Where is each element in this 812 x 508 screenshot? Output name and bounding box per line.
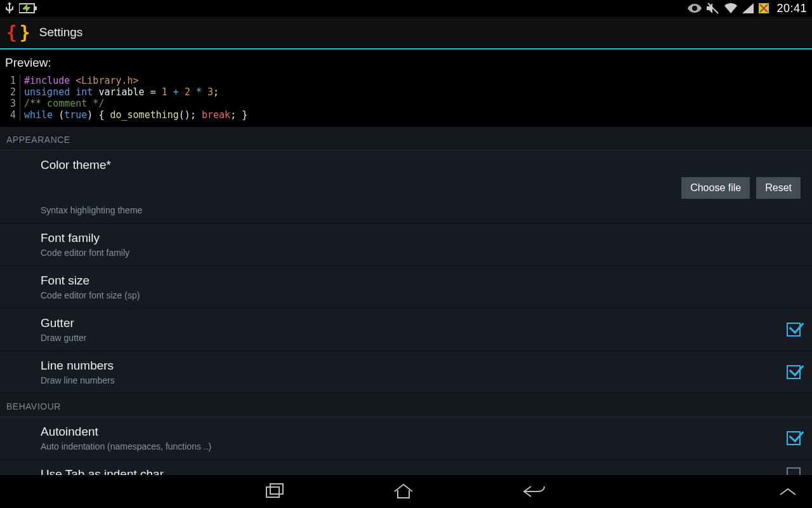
signal-icon bbox=[742, 3, 754, 13]
code-preview: 1 #include <Library.h> 2 unsigned int va… bbox=[0, 75, 812, 127]
svg-rect-4 bbox=[270, 484, 283, 494]
action-bar: {} Settings bbox=[0, 17, 812, 50]
pref-gutter[interactable]: Gutter Draw gutter bbox=[0, 309, 812, 351]
settings-list: Appearance Color theme* Choose file Rese… bbox=[0, 127, 812, 486]
checkbox-line-numbers[interactable] bbox=[787, 365, 801, 379]
app-icon: {} bbox=[6, 22, 30, 43]
home-button[interactable] bbox=[393, 483, 414, 500]
pref-line-numbers[interactable]: Line numbers Draw line numbers bbox=[0, 351, 812, 394]
pref-color-theme[interactable]: Color theme* Choose file Reset Syntax hi… bbox=[0, 150, 812, 224]
section-behaviour: Behaviour bbox=[0, 394, 812, 417]
status-clock: 20:41 bbox=[776, 2, 807, 15]
no-sim-icon bbox=[759, 3, 769, 13]
pref-summary: Syntax highlighting theme bbox=[41, 205, 801, 215]
eye-icon bbox=[688, 4, 702, 13]
status-bar: 20:41 bbox=[0, 0, 812, 17]
usb-icon bbox=[5, 2, 14, 15]
expand-button[interactable] bbox=[779, 487, 797, 496]
preview-label: Preview: bbox=[0, 50, 812, 75]
section-appearance: Appearance bbox=[0, 127, 812, 150]
choose-file-button[interactable]: Choose file bbox=[681, 177, 750, 199]
reset-button[interactable]: Reset bbox=[756, 177, 801, 199]
checkbox-gutter[interactable] bbox=[787, 323, 801, 337]
pref-autoindent[interactable]: Autoindent Auto indentation (namespaces,… bbox=[0, 417, 812, 460]
back-button[interactable] bbox=[522, 485, 546, 498]
battery-charging-icon bbox=[19, 3, 38, 13]
pref-title: Color theme* bbox=[41, 158, 801, 172]
checkbox-autoindent[interactable] bbox=[787, 431, 801, 445]
navigation-bar bbox=[0, 475, 812, 508]
mute-icon bbox=[707, 3, 719, 14]
pref-font-size[interactable]: Font size Code editor font size (sp) bbox=[0, 266, 812, 309]
wifi-icon bbox=[724, 3, 737, 13]
svg-rect-1 bbox=[35, 6, 37, 10]
svg-rect-3 bbox=[266, 487, 279, 497]
recent-apps-button[interactable] bbox=[266, 483, 285, 500]
pref-font-family[interactable]: Font family Code editor font family bbox=[0, 224, 812, 266]
page-title: Settings bbox=[39, 25, 83, 39]
